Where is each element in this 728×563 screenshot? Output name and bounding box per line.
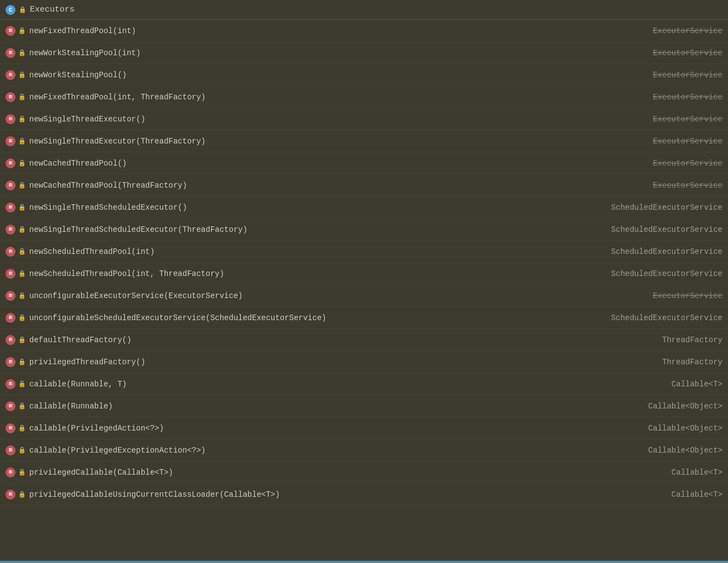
method-icon: m [6, 490, 15, 500]
method-icon: m [6, 203, 15, 213]
method-icon: m [6, 92, 15, 102]
method-icon: m [6, 225, 15, 235]
method-name: newCachedThreadPool() [29, 159, 653, 168]
method-icon: m [6, 136, 15, 146]
method-icon: m [6, 401, 15, 411]
method-icon: m [6, 357, 15, 367]
return-type: ExecutorService [653, 159, 722, 168]
method-name: newCachedThreadPool(ThreadFactory) [29, 181, 653, 190]
list-item[interactable]: m🔒newFixedThreadPool(int, ThreadFactory)… [0, 86, 728, 108]
list-item[interactable]: m🔒unconfigurableScheduledExecutorService… [0, 307, 728, 329]
list-item[interactable]: m🔒newScheduledThreadPool(int)ScheduledEx… [0, 241, 728, 263]
method-icon: m [6, 269, 15, 279]
return-type: ExecutorService [653, 71, 722, 79]
method-icon: m [6, 291, 15, 301]
visibility-icon: 🔒 [18, 314, 26, 321]
visibility-icon: 🔒 [18, 380, 26, 387]
list-item[interactable]: m🔒newSingleThreadExecutor()ExecutorServi… [0, 108, 728, 130]
method-icon: m [6, 48, 15, 58]
method-icon: m [6, 114, 15, 124]
visibility-icon: 🔒 [18, 160, 26, 167]
method-icon: m [6, 70, 15, 80]
method-name: newSingleThreadExecutor() [29, 115, 653, 124]
visibility-icon: 🔒 [18, 226, 26, 233]
method-icon: m [6, 313, 15, 323]
visibility-icon: 🔒 [18, 27, 26, 34]
list-item[interactable]: m🔒defaultThreadFactory()ThreadFactory [0, 329, 728, 351]
return-type: ScheduledExecutorService [611, 203, 722, 212]
method-name: privilegedCallableUsingCurrentClassLoade… [29, 490, 672, 499]
method-name: privilegedThreadFactory() [29, 358, 662, 367]
visibility-icon: 🔒 [18, 49, 26, 56]
visibility-icon: 🔒 [18, 292, 26, 299]
method-name: newSingleThreadScheduledExecutor() [29, 203, 611, 212]
list-item[interactable]: m🔒callable(PrivilegedAction<?>)Callable<… [0, 417, 728, 439]
return-type: Callable<Object> [648, 402, 722, 411]
method-list: m🔒newFixedThreadPool(int)ExecutorService… [0, 20, 728, 506]
visibility-icon: 🔒 [18, 71, 26, 78]
method-name: newWorkStealingPool(int) [29, 49, 653, 57]
visibility-icon: 🔒 [18, 447, 26, 454]
visibility-icon: 🔒 [18, 93, 26, 100]
return-type: ExecutorService [653, 93, 722, 102]
return-type: ExecutorService [653, 26, 722, 35]
list-item[interactable]: m🔒newScheduledThreadPool(int, ThreadFact… [0, 263, 728, 285]
header: C 🔒 Executors [0, 0, 728, 20]
method-name: unconfigurableExecutorService(ExecutorSe… [29, 291, 653, 300]
method-name: newFixedThreadPool(int) [29, 26, 653, 35]
method-icon: m [6, 423, 15, 433]
method-name: callable(PrivilegedAction<?>) [29, 424, 648, 433]
list-item[interactable]: m🔒callable(PrivilegedExceptionAction<?>)… [0, 439, 728, 461]
list-item[interactable]: m🔒unconfigurableExecutorService(Executor… [0, 285, 728, 307]
visibility-icon: 🔒 [18, 182, 26, 189]
list-item[interactable]: m🔒callable(Runnable)Callable<Object> [0, 395, 728, 417]
method-name: newWorkStealingPool() [29, 71, 653, 79]
visibility-icon: 🔒 [18, 424, 26, 432]
method-icon: m [6, 158, 15, 168]
method-name: callable(PrivilegedExceptionAction<?>) [29, 446, 648, 455]
method-icon: m [6, 247, 15, 257]
visibility-icon: 🔒 [18, 248, 26, 255]
visibility-icon: 🔒 [18, 115, 26, 123]
return-type: Callable<T> [672, 490, 722, 499]
method-name: newSingleThreadScheduledExecutor(ThreadF… [29, 225, 611, 234]
list-item[interactable]: m🔒privilegedThreadFactory()ThreadFactory [0, 351, 728, 373]
return-type: Callable<T> [672, 380, 722, 389]
return-type: ExecutorService [653, 49, 722, 57]
return-type: Callable<Object> [648, 446, 722, 455]
method-icon: m [6, 445, 15, 455]
list-item[interactable]: m🔒callable(Runnable, T)Callable<T> [0, 373, 728, 395]
method-icon: m [6, 379, 15, 389]
method-name: privilegedCallable(Callable<T>) [29, 468, 672, 477]
list-item[interactable]: m🔒newFixedThreadPool(int)ExecutorService [0, 20, 728, 42]
list-item[interactable]: m🔒privilegedCallableUsingCurrentClassLoa… [0, 484, 728, 506]
list-item[interactable]: m🔒newWorkStealingPool()ExecutorService [0, 64, 728, 86]
visibility-icon: 🔒 [18, 402, 26, 410]
return-type: ThreadFactory [662, 358, 722, 367]
visibility-icon: 🔒 [18, 469, 26, 476]
method-name: newSingleThreadExecutor(ThreadFactory) [29, 137, 653, 146]
list-item[interactable]: m🔒privilegedCallable(Callable<T>)Callabl… [0, 461, 728, 484]
visibility-icon: 🔒 [18, 204, 26, 211]
list-item[interactable]: m🔒newSingleThreadScheduledExecutor()Sche… [0, 196, 728, 219]
return-type: ScheduledExecutorService [611, 225, 722, 234]
visibility-icon: 🔒 [18, 491, 26, 498]
list-item[interactable]: m🔒newCachedThreadPool()ExecutorService [0, 152, 728, 174]
method-name: defaultThreadFactory() [29, 336, 662, 344]
method-name: unconfigurableScheduledExecutorService(S… [29, 314, 611, 322]
method-icon: m [6, 468, 15, 477]
return-type: ExecutorService [653, 291, 722, 300]
return-type: ExecutorService [653, 115, 722, 124]
method-name: newFixedThreadPool(int, ThreadFactory) [29, 93, 653, 102]
lock-icon: 🔒 [19, 6, 27, 13]
return-type: ExecutorService [653, 137, 722, 146]
list-item[interactable]: m🔒newSingleThreadExecutor(ThreadFactory)… [0, 130, 728, 152]
visibility-icon: 🔒 [18, 358, 26, 365]
list-item[interactable]: m🔒newSingleThreadScheduledExecutor(Threa… [0, 219, 728, 241]
class-icon: C [6, 5, 15, 15]
method-icon: m [6, 335, 15, 345]
method-name: newScheduledThreadPool(int) [29, 247, 611, 256]
list-item[interactable]: m🔒newWorkStealingPool(int)ExecutorServic… [0, 42, 728, 64]
list-item[interactable]: m🔒newCachedThreadPool(ThreadFactory)Exec… [0, 174, 728, 196]
method-name: callable(Runnable) [29, 402, 648, 411]
